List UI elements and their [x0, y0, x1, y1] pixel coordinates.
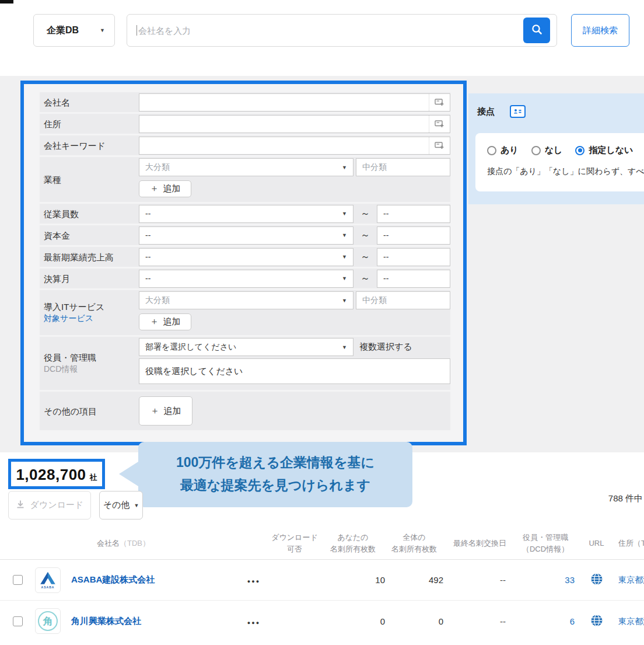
result-count-box: 1,028,700 社 — [8, 459, 105, 489]
sales-max-select[interactable]: -- — [377, 248, 450, 266]
it-service-major-select[interactable]: 大分類 ▼ — [139, 291, 354, 309]
industry-middle-input[interactable]: 中分類 — [356, 158, 450, 176]
more-options-button[interactable]: その他 ▼ — [99, 491, 143, 520]
fiscal-month-min-select[interactable]: -- ▼ — [139, 270, 354, 288]
search-filter-panel: 会社名 住所 会社キ — [20, 81, 467, 445]
download-button[interactable]: ダウンロード — [8, 491, 91, 520]
header-company: 会社名（TDB） — [0, 538, 239, 549]
radio-contact-no[interactable]: なし — [531, 145, 563, 156]
advanced-search-button[interactable]: 詳細検索 — [571, 14, 629, 47]
officer-label: 役員・管理職 DCD情報 — [40, 351, 139, 375]
filter-row-other: その他の項目 ＋ 追加 — [40, 392, 450, 430]
chevron-down-icon: ▼ — [342, 276, 347, 281]
company-name-input[interactable] — [139, 94, 429, 111]
last-exchange-value: -- — [443, 575, 516, 585]
plus-icon: ＋ — [150, 183, 159, 195]
multi-select-toggle[interactable]: 複数選択する — [359, 341, 412, 353]
officer-count-link[interactable]: 6 — [570, 616, 575, 626]
radio-contact-unspecified[interactable]: 指定しない — [575, 145, 633, 156]
chevron-down-icon: ▼ — [342, 344, 347, 350]
chevron-down-icon: ▼ — [342, 232, 347, 238]
kadokawa-logo-mark: 角 — [38, 611, 58, 631]
search-input[interactable] — [138, 26, 556, 36]
latest-sales-label: 最新期業績売上高 — [40, 251, 139, 263]
employees-min-select[interactable]: -- ▼ — [139, 205, 354, 223]
contact-panel-title: 接点 — [477, 106, 495, 117]
address-link[interactable]: 東京都港区 — [618, 616, 644, 626]
fiscal-month-max-select[interactable]: -- — [377, 270, 450, 288]
address-label: 住所 — [40, 118, 139, 130]
capital-max-select[interactable]: -- — [377, 226, 450, 245]
target-service-link[interactable]: 対象サービス — [44, 313, 139, 325]
info-callout-bubble: 100万件を超える企業情報を基に 最適な提案先を見つけられます — [138, 442, 412, 507]
database-selector-dropdown[interactable]: 企業DB ▼ — [33, 14, 115, 47]
keyword-label: 会社キーワード — [40, 140, 139, 152]
your-cards-value: 0 — [321, 616, 385, 626]
add-to-list-icon[interactable] — [429, 94, 450, 111]
search-button[interactable] — [523, 18, 550, 43]
result-count-unit: 社 — [90, 472, 97, 483]
chevron-down-icon: ▼ — [342, 254, 347, 260]
filter-row-officer: 役員・管理職 DCD情報 部署を選択してください ▼ 複数選択する 役職を選択し… — [40, 337, 450, 390]
range-separator: ～ — [354, 273, 377, 285]
header-officer: 役員・管理職（DCD情報） — [516, 532, 575, 555]
company-logo: ASABA — [35, 567, 61, 593]
more-menu-icon[interactable]: ●●● — [247, 620, 260, 626]
chevron-down-icon: ▼ — [100, 27, 105, 33]
plus-icon: ＋ — [150, 316, 159, 328]
capital-min-select[interactable]: -- ▼ — [139, 226, 354, 245]
more-menu-icon[interactable]: ●●● — [247, 578, 260, 584]
company-link[interactable]: ASABA建設株式会社 — [71, 574, 155, 584]
company-url-link[interactable] — [575, 573, 618, 587]
search-icon — [531, 23, 543, 37]
download-icon — [16, 500, 25, 511]
other-items-add-button[interactable]: ＋ 追加 — [139, 396, 192, 426]
sales-min-select[interactable]: -- ▼ — [139, 248, 354, 266]
it-service-label: 導入ITサービス 対象サービス — [40, 301, 139, 325]
add-to-list-icon[interactable] — [429, 116, 450, 133]
header-url: URL — [575, 538, 618, 549]
address-link[interactable]: 東京都港区 — [618, 575, 644, 584]
chevron-down-icon: ▼ — [134, 503, 139, 508]
company-logo: 角 — [35, 608, 61, 634]
result-total-text: 788 件中 — [608, 493, 643, 504]
radio-contact-yes[interactable]: あり — [487, 145, 519, 156]
it-service-add-button[interactable]: ＋ 追加 — [139, 313, 191, 330]
fiscal-month-label: 決算月 — [40, 273, 139, 285]
business-card-icon — [510, 105, 526, 118]
company-url-link[interactable] — [575, 614, 618, 629]
table-header-row: 会社名（TDB） ダウンロード可否 あなたの名刺所有枚数 全体の名刺所有枚数 最… — [0, 527, 644, 560]
result-count-value: 1,028,700 — [16, 466, 86, 484]
keyword-input[interactable] — [139, 137, 429, 154]
callout-line-2: 最適な提案先を見つけられます — [138, 474, 412, 497]
employees-label: 従業員数 — [40, 208, 139, 220]
capital-label: 資本金 — [40, 229, 139, 242]
asaba-logo-mark — [39, 571, 57, 586]
row-checkbox[interactable] — [13, 575, 23, 585]
it-service-middle-input[interactable]: 中分類 — [356, 291, 450, 309]
industry-major-select[interactable]: 大分類 ▼ — [139, 158, 354, 176]
industry-add-button[interactable]: ＋ 追加 — [139, 180, 191, 197]
officer-count-link[interactable]: 33 — [565, 575, 575, 585]
address-input[interactable] — [139, 116, 429, 133]
header-total-cards: 全体の名刺所有枚数 — [385, 532, 443, 555]
officer-sublabel: DCD情報 — [44, 364, 139, 375]
your-cards-value: 10 — [321, 575, 385, 585]
add-to-list-icon[interactable] — [429, 137, 450, 154]
range-separator: ～ — [354, 229, 377, 242]
filter-row-sales: 最新期業績売上高 -- ▼ ～ -- — [40, 247, 450, 267]
contact-filter-panel: 接点 あり なし 指定しない 接点の「あり」「なし」に関わら — [468, 93, 644, 204]
industry-label: 業種 — [40, 173, 139, 186]
header-download-ok: ダウンロード可否 — [268, 532, 321, 555]
row-checkbox[interactable] — [13, 616, 23, 626]
company-search-field[interactable] — [127, 14, 557, 47]
department-select[interactable]: 部署を選択してください ▼ — [139, 338, 354, 356]
text-cursor — [136, 25, 137, 36]
employees-max-select[interactable]: -- — [377, 205, 450, 223]
callout-line-1: 100万件を超える企業情報を基に — [138, 451, 412, 474]
position-select[interactable]: 役職を選択してください — [139, 358, 450, 384]
last-exchange-value: -- — [443, 616, 516, 626]
results-table: 会社名（TDB） ダウンロード可否 あなたの名刺所有枚数 全体の名刺所有枚数 最… — [0, 527, 644, 641]
company-link[interactable]: 角川興業株式会社 — [71, 616, 141, 626]
radio-selected-icon — [575, 146, 584, 155]
